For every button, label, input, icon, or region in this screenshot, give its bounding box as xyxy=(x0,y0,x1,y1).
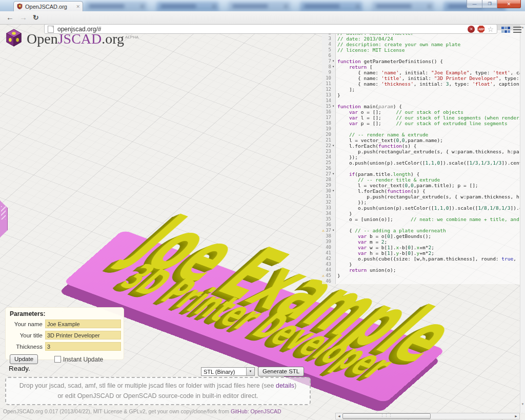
code-text[interactable]: p.push(rectangular_extrude(s, { w:param.… xyxy=(336,194,520,199)
code-text[interactable]: o.push(union(p).setColor([1,1,0]).scale(… xyxy=(336,205,520,211)
code-text[interactable] xyxy=(336,53,520,58)
code-line[interactable]: 6 xyxy=(322,53,520,58)
code-text[interactable]: var h = b[1].y-b[0].y+m*2; xyxy=(336,250,520,256)
code-line[interactable]: 17 var l = []; // our stack of line segm… xyxy=(322,115,520,121)
code-text[interactable]: { name: 'name', initial: "Joe Example", … xyxy=(336,70,520,75)
code-text[interactable]: var o = []; // our stack of objects xyxy=(336,109,520,115)
code-line[interactable]: 31 p.push(rectangular_extrude(s, { w:par… xyxy=(322,194,520,199)
code-text[interactable] xyxy=(336,166,520,171)
code-text[interactable]: o = [union(o)]; // neat: we combine name… xyxy=(336,216,520,222)
details-link[interactable]: details xyxy=(276,382,294,389)
code-line[interactable]: 4// description: create your own name pl… xyxy=(322,42,520,47)
code-text[interactable]: l = vector_text(0,0,param.title); p = []… xyxy=(336,183,520,188)
param-input-your-title[interactable] xyxy=(45,331,121,339)
code-text[interactable]: ]; xyxy=(336,87,520,92)
code-text[interactable]: return union(o); xyxy=(336,267,520,273)
code-text[interactable]: var m = 2; xyxy=(336,239,520,245)
code-text[interactable]: p.push(rectangular_extrude(s, { w:param.… xyxy=(336,149,520,154)
code-line[interactable]: 25 o.push(union(p).setColor([1,1,0]).sca… xyxy=(322,160,520,166)
code-line[interactable]: 29 l = vector_text(0,0,param.title); p =… xyxy=(322,183,520,188)
scroll-down-icon[interactable]: ▼ xyxy=(520,403,525,406)
file-dropzone[interactable]: Drop your jscad, scad, amf, stl file or … xyxy=(5,377,311,405)
code-text[interactable]: l = vector_text(0,0,param.name); xyxy=(336,137,520,143)
code-text[interactable]: if(param.title.length) { xyxy=(336,171,520,177)
code-line[interactable]: 40 var w = b[1].x-b[0].x+m*2; xyxy=(322,245,520,250)
reload-button[interactable]: ↻ xyxy=(33,13,39,22)
code-line[interactable]: 9 { name: 'name', initial: "Joe Example"… xyxy=(322,70,520,75)
code-text[interactable]: } xyxy=(336,262,520,267)
code-text[interactable]: } xyxy=(336,92,520,98)
code-line[interactable]: 5// license: MIT License xyxy=(322,47,520,53)
generate-stl-button[interactable]: Generate STL xyxy=(258,367,304,376)
code-line[interactable]: 39 var m = 2; xyxy=(322,239,520,245)
code-text[interactable]: l.forEach(function(s) { xyxy=(336,188,520,194)
editor-vertical-scrollbar[interactable]: ▲ ▼ xyxy=(520,25,525,413)
code-text[interactable]: function main(param) { xyxy=(336,104,520,109)
code-line[interactable]: 3// date: 2013/04/24 xyxy=(322,36,520,42)
code-text[interactable] xyxy=(336,98,520,104)
code-line[interactable]: 27▾ if(param.title.length) { xyxy=(322,171,520,177)
code-text[interactable]: l.forEach(function(s) { xyxy=(336,143,520,149)
format-select[interactable]: STL (Binary) ▼ xyxy=(201,367,255,376)
code-line[interactable]: 22▾ l.forEach(function(s) { xyxy=(322,143,520,149)
code-line[interactable]: 30▾ l.forEach(function(s) { xyxy=(322,188,520,194)
close-button[interactable]: ✕ xyxy=(497,0,521,8)
code-text[interactable]: }); xyxy=(336,199,520,205)
code-line[interactable]: 44 return union(o); xyxy=(322,267,520,273)
code-line[interactable]: 46 xyxy=(322,278,520,284)
code-line[interactable]: 26 xyxy=(322,166,520,171)
code-text[interactable]: o.push(union(p).setColor([1,1,0]).scale(… xyxy=(336,160,520,166)
code-line[interactable]: 38 var b = o[0].getBounds(); xyxy=(322,233,520,239)
fold-arrow-icon[interactable]: ▾ xyxy=(331,64,335,70)
code-line[interactable]: 36 xyxy=(322,222,520,228)
address-bar[interactable]: openjscad.org/# ✕ ABP ☆ xyxy=(44,24,497,34)
code-line[interactable]: 12 ]; xyxy=(322,87,520,92)
instant-update-checkbox[interactable] xyxy=(54,356,61,363)
code-text[interactable] xyxy=(336,126,520,132)
code-text[interactable]: // -- render title & extrude xyxy=(336,177,520,183)
code-line[interactable]: 41 var h = b[1].y-b[0].y+m*2; xyxy=(322,250,520,256)
param-input-your-name[interactable] xyxy=(45,319,121,328)
back-button[interactable]: ← xyxy=(6,13,14,22)
scroll-right-icon[interactable]: ► xyxy=(513,413,519,419)
code-text[interactable] xyxy=(336,278,520,284)
code-line[interactable]: ⚠37▾ { // -- adding a plate underneath xyxy=(322,228,520,233)
code-text[interactable]: var b = o[0].getBounds(); xyxy=(336,233,520,239)
code-line[interactable]: 19 xyxy=(322,126,520,132)
code-text[interactable]: o.push(cube({size: [w,h,param.thickness]… xyxy=(336,256,520,262)
code-line[interactable]: ⚠45} xyxy=(322,273,520,278)
param-input-thickness[interactable] xyxy=(45,342,121,351)
code-line[interactable]: 28 // -- render title & extrude xyxy=(322,177,520,183)
code-line[interactable]: 10 { name: 'title', initial: "3D Printer… xyxy=(322,75,520,81)
fold-arrow-icon[interactable]: ▾ xyxy=(331,171,335,177)
code-text[interactable]: var l = []; // our stack of line segment… xyxy=(336,115,520,121)
fold-arrow-icon[interactable]: ▾ xyxy=(331,188,335,194)
code-line[interactable]: 15▾function main(param) { xyxy=(322,104,520,109)
github-link[interactable]: GitHub: OpenJSCAD xyxy=(231,408,281,414)
minimize-button[interactable]: — xyxy=(467,0,482,8)
code-line[interactable]: 24 }); xyxy=(322,154,520,160)
extension-badge-icon[interactable]: ✕ xyxy=(468,26,475,33)
code-text[interactable]: { name: 'thickness', initial: 3, type: '… xyxy=(336,81,520,87)
fold-arrow-icon[interactable]: ▾ xyxy=(331,143,335,149)
code-line[interactable]: 21 l = vector_text(0,0,param.name); xyxy=(322,137,520,143)
code-line[interactable]: 35 o = [union(o)]; // neat: we combine n… xyxy=(322,216,520,222)
tab-close-icon[interactable]: ✕ xyxy=(76,4,80,9)
update-button[interactable]: Update xyxy=(10,354,38,364)
active-tab[interactable]: OpenJSCAD.org ✕ xyxy=(13,1,83,11)
chevron-down-icon[interactable]: ▼ xyxy=(246,368,254,375)
code-text[interactable]: return [ xyxy=(336,64,520,70)
code-line[interactable]: 23 p.push(rectangular_extrude(s, { w:par… xyxy=(322,149,520,154)
background-tab[interactable] xyxy=(228,2,291,11)
code-line[interactable]: 33 o.push(union(p).setColor([1,1,0]).sca… xyxy=(322,205,520,211)
forward-button[interactable]: → xyxy=(19,13,27,22)
code-text[interactable]: // description: create your own name pla… xyxy=(336,42,520,47)
code-line[interactable]: 34 } xyxy=(322,211,520,216)
code-line[interactable]: 16 var o = []; // our stack of objects xyxy=(322,109,520,115)
scrollbar-thumb[interactable] xyxy=(342,413,431,419)
code-text[interactable] xyxy=(336,222,520,228)
code-editor[interactable]: 1// title: Name Plate2// author: Rene K.… xyxy=(322,25,520,284)
code-text[interactable]: // license: MIT License xyxy=(336,47,520,53)
code-text[interactable]: // -- render name & extrude xyxy=(336,132,520,137)
bookmark-star-icon[interactable]: ☆ xyxy=(487,26,494,33)
